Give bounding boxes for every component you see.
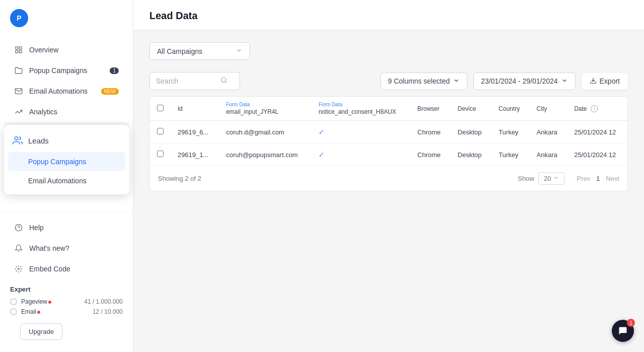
row2-country: Turkey xyxy=(492,144,529,166)
table-header-device: Device xyxy=(451,97,492,121)
chat-badge: 1 xyxy=(627,319,635,327)
main-header: Lead Data xyxy=(133,0,644,30)
email-radio[interactable] xyxy=(10,308,17,315)
svg-rect-2 xyxy=(19,50,22,53)
row1-device: Desktop xyxy=(451,121,492,144)
row1-checkbox-cell xyxy=(150,121,171,144)
sidebar-bottom: Help What's new? Embed Code Expert xyxy=(0,213,133,352)
prev-button[interactable]: Prev xyxy=(577,175,590,182)
export-button[interactable]: Export xyxy=(582,73,628,90)
table-row: 29619_1... coruh@popupsmart.com ✓ Chrome… xyxy=(150,144,627,166)
expert-pageview-row: Pageview 41 / 1.000.000 xyxy=(10,298,123,305)
table-header-city: City xyxy=(530,97,568,121)
export-button-label: Export xyxy=(600,77,620,85)
chat-bubble[interactable]: 1 xyxy=(612,320,634,342)
sidebar-item-email-automations[interactable]: Email Automations NEW xyxy=(4,81,129,101)
data-table: Id Form Data email_input_JYR4L Form Data… xyxy=(149,96,628,191)
table-header-date: Date i xyxy=(567,97,627,121)
campaign-dropdown-value: All Campaigns xyxy=(157,47,202,55)
table-header-row: Id Form Data email_input_JYR4L Form Data… xyxy=(150,97,627,121)
sidebar-item-email-automations-label: Email Automations xyxy=(29,87,88,95)
row2-consent: ✓ xyxy=(311,144,410,166)
dropdown-item-popup-campaigns-label: Popup Campaigns xyxy=(28,158,86,166)
svg-line-10 xyxy=(225,82,227,83)
row2-check-icon: ✓ xyxy=(318,151,325,159)
row1-checkbox[interactable] xyxy=(157,128,164,134)
showing-text: Showing 2 of 2 xyxy=(158,175,518,182)
campaign-dropdown[interactable]: All Campaigns xyxy=(149,42,250,60)
sidebar-item-help[interactable]: Help xyxy=(4,218,129,238)
logo-icon[interactable]: P xyxy=(10,9,28,27)
date-range-chevron-icon xyxy=(561,77,568,86)
popup-campaigns-badge: 1 xyxy=(110,67,119,74)
sidebar-item-help-label: Help xyxy=(29,224,44,232)
svg-rect-1 xyxy=(19,47,22,49)
sidebar-item-whats-new[interactable]: What's new? xyxy=(4,238,129,258)
page-title: Lead Data xyxy=(149,10,628,22)
svg-rect-3 xyxy=(16,50,18,53)
leads-dropdown-icon xyxy=(12,135,23,146)
bell-icon xyxy=(14,244,23,253)
table-header-checkbox xyxy=(150,97,171,121)
trending-icon xyxy=(14,107,23,116)
page-number[interactable]: 1 xyxy=(596,175,600,182)
page-size-select[interactable]: 20 xyxy=(538,172,565,185)
row1-date: 25/01/2024 12 xyxy=(567,121,627,144)
table-header-browser: Browser xyxy=(411,97,451,121)
export-icon xyxy=(590,77,597,86)
row1-consent: ✓ xyxy=(311,121,410,144)
row2-id: 29619_1... xyxy=(171,144,219,166)
row1-browser: Chrome xyxy=(411,121,451,144)
date-info-icon: i xyxy=(591,105,598,112)
pageview-radio[interactable] xyxy=(10,298,17,305)
pageview-value: 41 / 1.000.000 xyxy=(84,298,123,305)
row2-checkbox[interactable] xyxy=(157,151,164,157)
pageview-dot xyxy=(48,301,51,304)
main-content: Lead Data All Campaigns 9 Columns select… xyxy=(133,0,644,352)
table-toolbar: 9 Columns selected 23/01/2024 - 29/01/20… xyxy=(149,72,628,90)
embed-icon xyxy=(14,264,23,273)
select-all-checkbox[interactable] xyxy=(157,105,164,111)
row1-id: 29619_6... xyxy=(171,121,219,144)
help-icon xyxy=(14,223,23,232)
row2-email: coruh@popupsmart.com xyxy=(219,144,311,166)
folder-icon xyxy=(14,66,23,75)
sidebar-item-analytics[interactable]: Analytics xyxy=(4,102,129,122)
date-range-value: 23/01/2024 - 29/01/2024 xyxy=(481,77,558,85)
expert-title: Expert xyxy=(10,286,123,293)
email-value: 12 / 10.000 xyxy=(93,308,123,315)
row1-city: Ankara xyxy=(530,121,568,144)
row2-browser: Chrome xyxy=(411,144,451,166)
svg-rect-0 xyxy=(16,47,18,49)
dropdown-item-popup-campaigns[interactable]: Popup Campaigns xyxy=(8,152,125,171)
columns-button[interactable]: 9 Columns selected xyxy=(380,73,467,90)
pageview-label: Pageview xyxy=(21,298,80,305)
email-label: Email xyxy=(21,308,89,315)
sidebar-item-embed-code[interactable]: Embed Code xyxy=(4,259,129,279)
row1-email: coruh.d@gmail.com xyxy=(219,121,311,144)
search-input[interactable] xyxy=(156,77,216,85)
dropdown-item-email-automations[interactable]: Email Automations xyxy=(4,171,129,190)
row1-country: Turkey xyxy=(492,121,529,144)
expert-section: Expert Pageview 41 / 1.000.000 Email 12 … xyxy=(0,279,133,346)
search-box[interactable] xyxy=(149,72,240,90)
sidebar-item-overview[interactable]: Overview xyxy=(4,40,129,60)
email-dot xyxy=(37,311,40,314)
chevron-down-icon xyxy=(235,47,243,55)
email-automations-badge: NEW xyxy=(101,88,119,95)
svg-point-8 xyxy=(18,268,20,270)
sidebar-item-popup-campaigns[interactable]: Popup Campaigns 1 xyxy=(4,60,129,81)
svg-point-9 xyxy=(221,78,226,82)
row2-date: 25/01/2024 12 xyxy=(567,144,627,166)
sidebar-item-whats-new-label: What's new? xyxy=(29,244,69,252)
date-range-button[interactable]: 23/01/2024 - 29/01/2024 xyxy=(473,73,576,90)
expert-email-row: Email 12 / 10.000 xyxy=(10,308,123,315)
next-button[interactable]: Next xyxy=(606,175,619,182)
table-footer: Showing 2 of 2 Show 20 Prev 1 Next xyxy=(150,166,627,191)
campaign-select: All Campaigns xyxy=(149,42,628,60)
sidebar-item-analytics-label: Analytics xyxy=(29,108,57,116)
upgrade-button[interactable]: Upgrade xyxy=(20,323,62,340)
search-icon xyxy=(220,77,227,86)
table-header-email: Form Data email_input_JYR4L xyxy=(219,97,311,121)
row1-check-icon: ✓ xyxy=(318,128,325,136)
